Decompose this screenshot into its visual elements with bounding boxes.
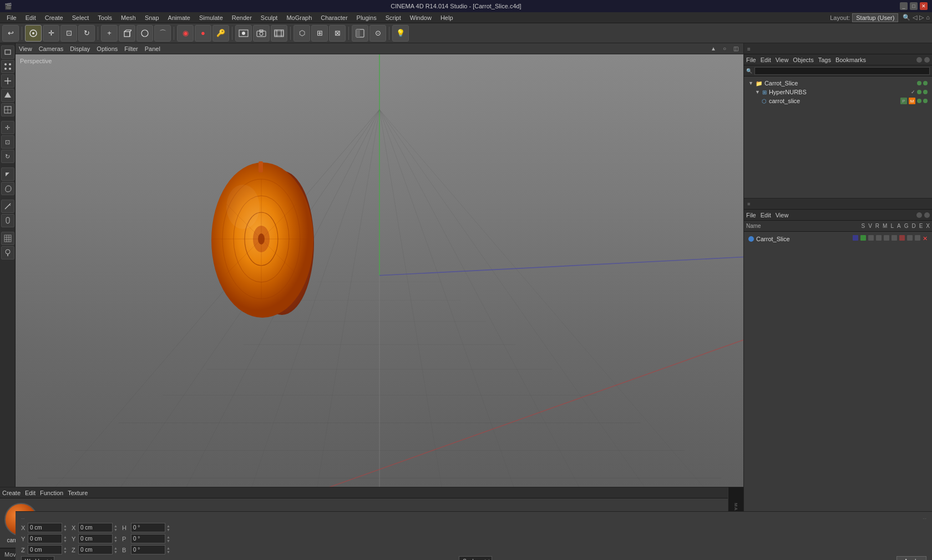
y2-down-arrow[interactable]: ▼ [114,539,118,543]
y-up-arrow[interactable]: ▲ [63,535,67,539]
p-up-arrow[interactable]: ▲ [166,535,170,539]
visibility-dot-2[interactable] [923,81,928,85]
spline-button[interactable]: ⌒ [154,25,171,42]
viewport-menu-display[interactable]: Display [70,45,90,52]
tree-item-hypernurbs[interactable]: ▼ ⊞ HyperNURBS ✓ [746,88,930,96]
b-rotation-input[interactable]: 0 ° [131,545,165,554]
apply-button[interactable]: Apply [896,556,926,560]
new-object-button[interactable]: + [101,25,118,42]
magnet-btn[interactable] [1,214,14,227]
menu-animate[interactable]: Animate [164,13,195,22]
nurbs-vis-1[interactable] [917,90,921,94]
world-select[interactable]: World [21,556,54,560]
left-mode-btn-5[interactable] [1,103,14,116]
mat-menu-texture[interactable]: Texture [68,490,88,496]
render-button[interactable] [136,25,153,42]
obj-search-input[interactable] [754,67,930,75]
menu-render[interactable]: Render [227,13,256,22]
attr-menu-edit[interactable]: Edit [761,212,771,218]
menu-script[interactable]: Script [381,13,406,22]
auto-key-button[interactable]: 🔑 [212,25,229,42]
left-mode-btn-2[interactable] [1,60,14,73]
attr-menu-file[interactable]: File [746,212,756,218]
menu-character[interactable]: Character [316,13,352,22]
rotate-tool-button[interactable]: ↻ [78,25,95,42]
viewport-menu-panel[interactable]: Panel [145,45,160,52]
menu-select[interactable]: Select [68,13,94,22]
viewport-icon-2[interactable]: ○ [720,44,729,53]
tree-item-shape[interactable]: ⬡ carrot_slice P M [746,96,930,105]
obj-menu-edit[interactable]: Edit [761,57,771,63]
viewport-menu-options[interactable]: Options [97,45,118,52]
z2-position-input[interactable] [78,545,113,554]
z2-up-arrow[interactable]: ▲ [114,546,118,550]
left-mode-btn-1[interactable] [1,45,14,59]
nurbs-vis-2[interactable] [923,90,928,94]
viewport-shading-button[interactable] [352,25,368,42]
menu-mograph[interactable]: MoGraph [282,13,316,22]
viewport-menu-filter[interactable]: Filter [124,45,138,52]
select-all-btn[interactable]: ◤ [1,167,14,181]
mat-menu-function[interactable]: Function [40,490,63,496]
layout-value[interactable]: Startup (User) [852,13,898,22]
x-down-arrow[interactable]: ▼ [63,528,67,532]
z-down-arrow[interactable]: ▼ [63,550,67,554]
home-icon[interactable]: ⌂ [926,14,930,21]
move-tool-left[interactable]: ✛ [1,121,14,134]
record-button[interactable]: ● [195,25,211,42]
y-down-arrow[interactable]: ▼ [63,539,67,543]
menu-plugins[interactable]: Plugins [352,13,381,22]
viewport-menu-view[interactable]: View [19,45,32,52]
mode-object-button[interactable] [25,25,42,42]
z-position-input[interactable]: 0 cm [28,545,62,554]
carrot-object-container[interactable] [204,140,337,329]
p-rotation-input[interactable]: 0 ° [131,534,165,543]
knife-btn[interactable] [1,200,14,213]
viewport-canvas[interactable]: Perspective [16,54,743,533]
h-up-arrow[interactable]: ▲ [166,524,170,528]
maximize-button[interactable]: □ [910,2,918,10]
menu-window[interactable]: Window [406,13,436,22]
obj-menu-tags[interactable]: Tags [818,57,831,63]
menu-help[interactable]: Help [436,13,458,22]
obj-menu-file[interactable]: File [746,57,756,63]
viewport-icon-3[interactable]: ◫ [731,44,740,53]
grid-btn[interactable] [1,232,14,245]
display-points-button[interactable]: ⬡ [293,25,310,42]
search-icon[interactable]: 🔍 [903,14,910,21]
attr-menu-view[interactable]: View [776,212,789,218]
scale-tool-left[interactable]: ⊡ [1,135,14,149]
object-cube-button[interactable] [119,25,135,42]
menu-tools[interactable]: Tools [93,13,116,22]
tree-item-carrot-slice[interactable]: ▼ 📁 Carrot_Slice [746,79,930,88]
z2-down-arrow[interactable]: ▼ [114,550,118,554]
lasso-btn[interactable] [1,182,14,195]
menu-mesh[interactable]: Mesh [116,13,140,22]
move-tool-button[interactable]: ✛ [43,25,59,42]
menu-file[interactable]: File [2,13,21,22]
render-view-button[interactable] [235,25,252,42]
viewport-menu-cameras[interactable]: Cameras [39,45,64,52]
left-mode-btn-4[interactable] [1,89,14,102]
display-lines-button[interactable]: ⊞ [311,25,328,42]
obj-menu-objects[interactable]: Objects [793,57,813,63]
render-anim-button[interactable] [271,25,287,42]
minimize-button[interactable]: _ [900,2,908,10]
display-fill-button[interactable]: ⊠ [329,25,346,42]
h-rotation-input[interactable]: 0 ° [131,523,165,532]
render-picture-button[interactable] [253,25,270,42]
rotate-tool-left[interactable]: ↻ [1,150,14,163]
menu-create[interactable]: Create [40,13,68,22]
y-position-input[interactable]: 0 cm [28,534,62,543]
mat-menu-edit[interactable]: Edit [25,490,36,496]
stereo-button[interactable]: ⊙ [369,25,386,42]
x-position-input[interactable]: 0 cm [28,523,62,532]
h-down-arrow[interactable]: ▼ [166,528,170,532]
record-active-button[interactable]: ◉ [177,25,194,42]
attr-x-icon[interactable]: ✕ [923,235,928,242]
shape-vis-2[interactable] [923,99,928,103]
y2-position-input[interactable] [78,534,113,543]
b-down-arrow[interactable]: ▼ [166,550,170,554]
scale-select[interactable]: Scale [459,556,492,560]
x2-up-arrow[interactable]: ▲ [114,524,118,528]
